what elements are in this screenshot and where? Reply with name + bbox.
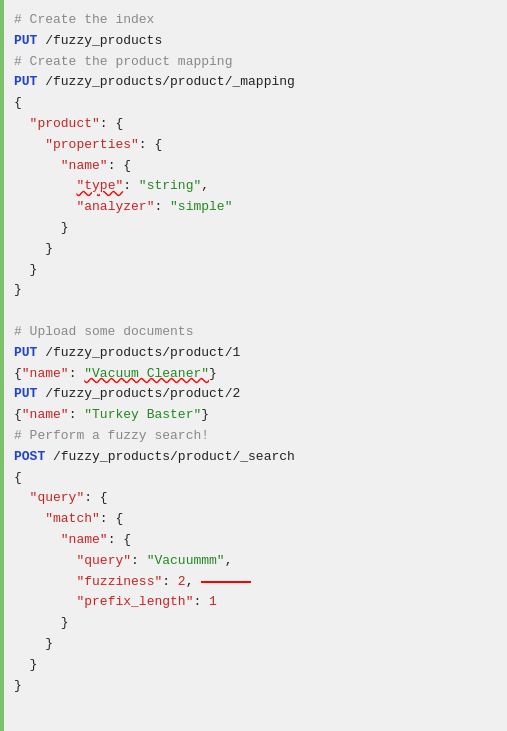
line-13: } (14, 260, 507, 281)
json-value: 1 (209, 592, 217, 613)
colon: : { (108, 156, 131, 177)
comment: # Upload some documents (14, 322, 193, 343)
colon: : { (100, 114, 123, 135)
indent (14, 135, 45, 156)
indent (14, 509, 45, 530)
keyword-post: POST (14, 447, 45, 468)
line-2: PUT /fuzzy_products (14, 31, 507, 52)
path: /fuzzy_products/product/_search (45, 447, 295, 468)
line-14: } (14, 280, 507, 301)
path: /fuzzy_products/product/_mapping (37, 72, 294, 93)
keyword-put: PUT (14, 343, 37, 364)
json-value: 2 (178, 572, 186, 593)
indent (14, 634, 45, 655)
line-30: } (14, 613, 507, 634)
json-key: "name" (61, 156, 108, 177)
brace: { (14, 93, 22, 114)
line-8: "name": { (14, 156, 507, 177)
keyword-put: PUT (14, 72, 37, 93)
indent (14, 655, 30, 676)
line-5: { (14, 93, 507, 114)
brace: } (14, 280, 22, 301)
line-22: POST /fuzzy_products/product/_search (14, 447, 507, 468)
line-27: "query": "Vacuummm", (14, 551, 507, 572)
json-key: "prefix_length" (76, 592, 193, 613)
indent (14, 592, 76, 613)
comment: # Create the product mapping (14, 52, 232, 73)
line-11: } (14, 218, 507, 239)
line-6: "product": { (14, 114, 507, 135)
indent (14, 176, 76, 197)
line-29: "prefix_length": 1 (14, 592, 507, 613)
line-17: PUT /fuzzy_products/product/1 (14, 343, 507, 364)
brace: } (45, 634, 53, 655)
brace: } (201, 405, 209, 426)
line-4: PUT /fuzzy_products/product/_mapping (14, 72, 507, 93)
json-value: "string" (139, 176, 201, 197)
comment: # Create the index (14, 10, 154, 31)
json-key: "name" (61, 530, 108, 551)
json-key: "product" (30, 114, 100, 135)
colon: : (154, 197, 170, 218)
json-key: "match" (45, 509, 100, 530)
json-key: "analyzer" (76, 197, 154, 218)
indent (14, 114, 30, 135)
brace: } (45, 239, 53, 260)
brace: } (30, 260, 38, 281)
line-28: "fuzziness": 2, (14, 572, 507, 593)
colon: : { (108, 530, 131, 551)
json-key-type: "type" (76, 176, 123, 197)
json-value: "simple" (170, 197, 232, 218)
colon: : (123, 176, 139, 197)
colon: : { (100, 509, 123, 530)
brace: { (14, 364, 22, 385)
comma: , (201, 176, 209, 197)
json-value: "Vacuum Cleaner" (84, 364, 209, 385)
brace: { (14, 468, 22, 489)
line-16: # Upload some documents (14, 322, 507, 343)
line-19: PUT /fuzzy_products/product/2 (14, 384, 507, 405)
line-18: {"name": "Vacuum Cleaner"} (14, 364, 507, 385)
line-21: # Perform a fuzzy search! (14, 426, 507, 447)
line-10: "analyzer": "simple" (14, 197, 507, 218)
line-23: { (14, 468, 507, 489)
json-key: "fuzziness" (76, 572, 162, 593)
keyword-put: PUT (14, 31, 37, 52)
brace: } (30, 655, 38, 676)
indent (14, 197, 76, 218)
line-26: "name": { (14, 530, 507, 551)
colon: : { (139, 135, 162, 156)
colon: : { (84, 488, 107, 509)
line-3: # Create the product mapping (14, 52, 507, 73)
brace: { (14, 405, 22, 426)
json-key: "name" (22, 364, 69, 385)
line-24: "query": { (14, 488, 507, 509)
colon: : (162, 572, 178, 593)
line-25: "match": { (14, 509, 507, 530)
line-31: } (14, 634, 507, 655)
colon: : (69, 364, 85, 385)
indent (14, 572, 76, 593)
indent (14, 239, 45, 260)
path: /fuzzy_products/product/1 (37, 343, 240, 364)
brace: } (61, 218, 69, 239)
keyword-put: PUT (14, 384, 37, 405)
path: /fuzzy_products/product/2 (37, 384, 240, 405)
colon: : (193, 592, 209, 613)
indent (14, 530, 61, 551)
line-9: "type": "string", (14, 176, 507, 197)
json-key: "name" (22, 405, 69, 426)
red-mark-spacer (201, 581, 251, 583)
brace: } (61, 613, 69, 634)
comment: # Perform a fuzzy search! (14, 426, 209, 447)
json-key: "query" (76, 551, 131, 572)
line-1: # Create the index (14, 10, 507, 31)
colon: : (131, 551, 147, 572)
brace: } (209, 364, 217, 385)
json-value: "Vacuummm" (147, 551, 225, 572)
blank (14, 301, 22, 322)
indent (14, 156, 61, 177)
code-block: # Create the index PUT /fuzzy_products #… (0, 0, 507, 731)
colon: : (69, 405, 85, 426)
indent (14, 613, 61, 634)
